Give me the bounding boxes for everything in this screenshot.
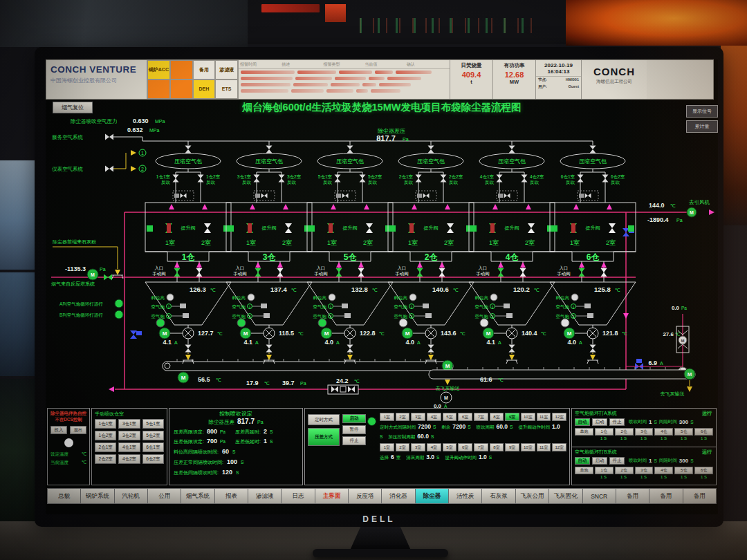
room-button-9室[interactable]: 9室 xyxy=(505,443,519,451)
tab-公用-3[interactable]: 公用 xyxy=(148,488,181,504)
manual-blow-button-1仓1室[interactable]: 1仓1室 xyxy=(95,419,116,429)
cannon-button-启动[interactable]: 启动 xyxy=(592,457,607,465)
valve-icon[interactable] xyxy=(105,134,113,140)
manual-blow-button-4仓2室[interactable]: 4仓2室 xyxy=(118,454,140,464)
tab-反应塔-9[interactable]: 反应塔 xyxy=(349,488,382,504)
tab-主界面-8[interactable]: 主界面 xyxy=(315,488,349,504)
cannon-button-自动[interactable]: 自动 xyxy=(575,457,590,465)
cannon-bin-button-单炮[interactable]: 单炮 xyxy=(575,467,593,474)
command-button-暂停[interactable]: 暂停 xyxy=(342,425,366,434)
valve-icon[interactable] xyxy=(104,274,112,281)
purge-valve-icon[interactable] xyxy=(423,194,430,198)
inlet-valve-icon[interactable] xyxy=(174,268,181,277)
setting-value[interactable]: 120 xyxy=(222,469,232,476)
inlet-valve-icon[interactable] xyxy=(439,268,445,277)
tab-锅炉系统-1[interactable]: 锅炉系统 xyxy=(81,488,114,504)
room-button-5室[interactable]: 5室 xyxy=(443,443,457,451)
room-button-1室[interactable]: 1室 xyxy=(380,413,394,421)
cannon-bin-button-1仓[interactable]: 1仓 xyxy=(595,428,614,436)
command-button-停止[interactable]: 停止 xyxy=(342,436,366,445)
purge-valve-icon[interactable] xyxy=(585,194,591,198)
cannon-body[interactable] xyxy=(237,319,246,327)
cannon-bin-button-5仓[interactable]: 5仓 xyxy=(674,467,693,474)
inlet-valve-icon[interactable] xyxy=(520,268,526,277)
valve-icon[interactable] xyxy=(185,146,192,153)
tab-备用-17[interactable]: 备用 xyxy=(616,488,649,504)
tab-备用-19[interactable]: 备用 xyxy=(683,488,717,504)
cannon-bin-button-6仓[interactable]: 6仓 xyxy=(694,428,713,436)
room-button-12室[interactable]: 12室 xyxy=(552,443,566,451)
manual-blow-button-6仓2室[interactable]: 6仓2室 xyxy=(142,454,164,464)
mode-button-压差方式[interactable]: 压差方式 xyxy=(308,428,340,446)
lift-valve-icon[interactable] xyxy=(204,223,211,233)
room-button-4室[interactable]: 4室 xyxy=(427,413,441,421)
backblow-valve-icon[interactable] xyxy=(602,175,609,183)
discharge-valve-icon[interactable] xyxy=(185,345,192,353)
valve-icon[interactable] xyxy=(105,166,113,172)
purge-valve-icon[interactable] xyxy=(261,194,268,198)
room-button-11室[interactable]: 11室 xyxy=(537,443,551,451)
valve-icon[interactable] xyxy=(266,146,273,153)
lift-valve-icon[interactable] xyxy=(609,223,616,233)
discharge-valve-icon[interactable] xyxy=(347,345,353,353)
inlet-valve-icon[interactable] xyxy=(417,268,423,277)
room-button-3室[interactable]: 3室 xyxy=(411,443,425,451)
cannon-bin-button-3仓[interactable]: 3仓 xyxy=(635,467,654,474)
discharge-valve-icon[interactable] xyxy=(590,345,596,353)
room-button-8室[interactable]: 8室 xyxy=(490,443,504,451)
cannon-bin-button-5仓[interactable]: 5仓 xyxy=(674,428,693,436)
room-button-9室[interactable]: 9室 xyxy=(505,413,519,421)
tab-除尘器-11[interactable]: 除尘器 xyxy=(416,488,449,504)
backblow-valve-icon[interactable] xyxy=(360,175,366,183)
cannon-button-自动[interactable]: 自动 xyxy=(575,418,590,426)
purge-valve-icon[interactable] xyxy=(181,194,187,198)
cannon-bin-button-3仓[interactable]: 3仓 xyxy=(635,428,654,436)
discharge-valve-icon[interactable] xyxy=(428,345,434,353)
lift-valve-icon[interactable] xyxy=(528,223,535,233)
setting-value[interactable]: 700 xyxy=(207,438,217,445)
backblow-valve-icon[interactable] xyxy=(416,175,422,183)
lift-valve-icon[interactable] xyxy=(366,223,373,233)
room-button-5室[interactable]: 5室 xyxy=(443,413,457,421)
tab-渗滤液-6[interactable]: 渗滤液 xyxy=(248,488,282,504)
cannon-button-启动[interactable]: 启动 xyxy=(592,418,607,426)
backblow-valve-icon[interactable] xyxy=(279,175,285,183)
cannon-bin-button-4仓[interactable]: 4仓 xyxy=(654,467,673,474)
room-button-2室[interactable]: 2室 xyxy=(396,443,410,451)
inlet-valve-icon[interactable] xyxy=(255,268,261,277)
mode-button-定时方式[interactable]: 定时方式 xyxy=(308,414,340,425)
manual-blow-button-4仓1室[interactable]: 4仓1室 xyxy=(118,442,140,452)
screw-conveyor-1[interactable] xyxy=(163,362,453,371)
backblow-valve-icon[interactable] xyxy=(254,175,260,183)
inlet-valve-icon[interactable] xyxy=(601,268,607,277)
cannon-bin-button-2仓[interactable]: 2仓 xyxy=(615,467,634,474)
manual-blow-button-2仓2室[interactable]: 2仓2室 xyxy=(95,454,116,464)
cannon-bin-button-6仓[interactable]: 6仓 xyxy=(694,467,713,474)
discharge-valve-icon[interactable] xyxy=(266,345,273,353)
room-button-4室[interactable]: 4室 xyxy=(427,443,441,451)
backblow-valve-icon[interactable] xyxy=(441,175,447,183)
valve-icon[interactable] xyxy=(428,146,434,153)
cannon-bin-button-4仓[interactable]: 4仓 xyxy=(654,428,673,436)
room-button-1室[interactable]: 1室 xyxy=(380,443,394,451)
setting-value[interactable]: 100 xyxy=(227,458,237,465)
valve-icon[interactable] xyxy=(347,146,353,153)
tab-备用-18[interactable]: 备用 xyxy=(649,488,683,504)
backblow-valve-icon[interactable] xyxy=(522,175,528,183)
tab-日志-7[interactable]: 日志 xyxy=(282,488,315,504)
purge-valve-icon[interactable] xyxy=(342,194,349,198)
room-button-12室[interactable]: 12室 xyxy=(552,413,566,421)
tab-石灰浆-13[interactable]: 石灰浆 xyxy=(482,488,515,504)
room-button-2室[interactable]: 2室 xyxy=(396,413,410,421)
tab-总貌-0[interactable]: 总貌 xyxy=(47,488,81,504)
valve-icon[interactable] xyxy=(509,146,515,153)
cannon-button-停止[interactable]: 停止 xyxy=(609,457,625,465)
tab-烟气系统-4[interactable]: 烟气系统 xyxy=(181,488,214,504)
room-button-8室[interactable]: 8室 xyxy=(490,413,504,421)
room-button-6室[interactable]: 6室 xyxy=(458,413,472,421)
room-button-10室[interactable]: 10室 xyxy=(521,413,535,421)
cannon-body[interactable] xyxy=(156,319,165,327)
setting-value[interactable]: 60 xyxy=(222,448,229,455)
manual-blow-button-3仓2室[interactable]: 3仓2室 xyxy=(118,431,140,440)
manual-blow-button-5仓2室[interactable]: 5仓2室 xyxy=(142,431,164,440)
